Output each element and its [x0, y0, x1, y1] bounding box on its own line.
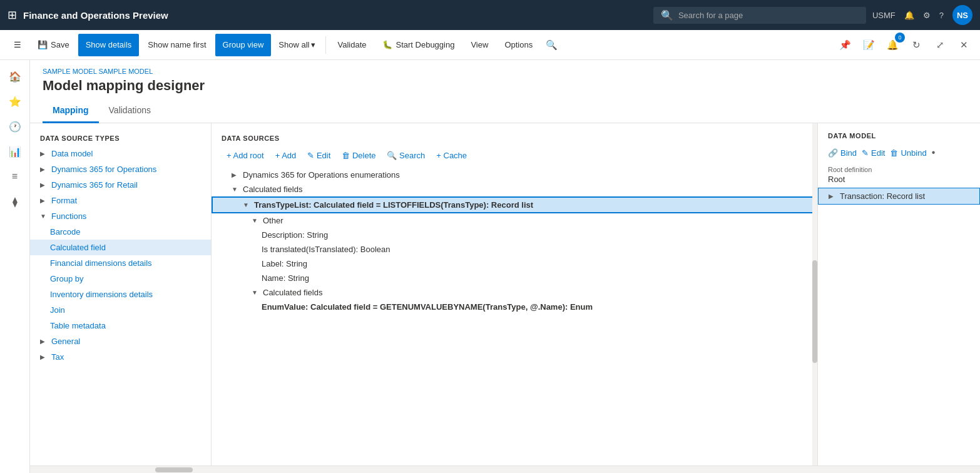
- group-view-button[interactable]: Group view: [215, 34, 272, 56]
- pin-icon[interactable]: 📌: [835, 35, 855, 55]
- help-icon[interactable]: ?: [939, 11, 944, 20]
- tree-item-inventory-dimensions[interactable]: Inventory dimensions details: [30, 287, 211, 302]
- expand-icon: ▶: [40, 150, 48, 157]
- search-icon: 🔍: [661, 9, 673, 21]
- breadcrumb-area: SAMPLE MODEL SAMPLE MODEL Model mapping …: [30, 60, 980, 94]
- tree-item-general[interactable]: ▶ General: [30, 333, 211, 349]
- toolbar-separator-1: [325, 36, 326, 54]
- open-new-icon[interactable]: ⤢: [930, 35, 950, 55]
- page-title: Model mapping designer: [43, 78, 967, 94]
- home-icon[interactable]: 🏠: [4, 65, 26, 88]
- bind-button[interactable]: 🔗 Bind: [828, 148, 857, 158]
- data-source-types-header: DATA SOURCE TYPES: [30, 130, 211, 146]
- gear-icon[interactable]: ⚙: [923, 11, 931, 20]
- data-sources-toolbar: + Add root + Add ✎ Edit 🗑 Delete 🔍 Searc…: [212, 146, 817, 168]
- chevron-down-icon: ▾: [311, 40, 315, 49]
- horizontal-scrollbar[interactable]: [30, 465, 980, 473]
- unbind-button[interactable]: 🗑 Unbind: [890, 148, 926, 158]
- ds-tree-item-8[interactable]: ▼ Calculated fields: [212, 285, 817, 300]
- tree-item-table-metadata[interactable]: Table metadata: [30, 318, 211, 333]
- panels-container: DATA SOURCE TYPES ▶ Data model ▶ Dynamic…: [30, 123, 980, 465]
- data-model-actions: 🔗 Bind ✎ Edit 🗑 Unbind •: [818, 145, 980, 163]
- tab-mapping[interactable]: Mapping: [43, 100, 99, 123]
- ds-tree-item-3[interactable]: ▼ Other: [212, 213, 817, 228]
- workspace-icon[interactable]: 📊: [4, 140, 26, 163]
- grid-icon[interactable]: ⊞: [8, 8, 17, 22]
- cache-button[interactable]: + Cache: [431, 148, 472, 163]
- tree-item-d365-operations[interactable]: ▶ Dynamics 365 for Operations: [30, 161, 211, 177]
- tree-item-d365-retail[interactable]: ▶ Dynamics 365 for Retail: [30, 177, 211, 193]
- options-button[interactable]: Options: [497, 34, 540, 56]
- search-input[interactable]: [678, 11, 859, 20]
- panel-resize-handle[interactable]: [812, 295, 815, 320]
- expand-icon: ▼: [40, 213, 48, 220]
- edit-button[interactable]: ✎ Edit: [302, 148, 335, 163]
- recent-icon[interactable]: 🕐: [4, 115, 26, 138]
- data-source-types-panel: DATA SOURCE TYPES ▶ Data model ▶ Dynamic…: [30, 123, 212, 465]
- bind-icon: 🔗: [828, 148, 838, 158]
- expand-icon: ▶: [829, 193, 836, 200]
- data-sources-panel: DATA SOURCES + Add root + Add ✎ Edit 🗑 D…: [212, 123, 817, 465]
- search-button[interactable]: 🔍: [541, 35, 561, 55]
- tab-validations[interactable]: Validations: [99, 100, 161, 123]
- debug-icon: 🐛: [382, 40, 392, 49]
- favorites-icon[interactable]: ⭐: [4, 90, 26, 113]
- expand-icon: ▼: [232, 186, 239, 193]
- view-button[interactable]: View: [463, 34, 496, 56]
- refresh-icon[interactable]: ↻: [906, 35, 926, 55]
- ds-tree-item-6[interactable]: Label: String: [212, 257, 817, 271]
- tree-item-group-by[interactable]: Group by: [30, 271, 211, 287]
- tree-item-join[interactable]: Join: [30, 302, 211, 318]
- top-bar-right-actions: USMF 🔔 ⚙ ? NS: [872, 5, 972, 25]
- ds-tree-item-7[interactable]: Name: String: [212, 271, 817, 285]
- validate-button[interactable]: Validate: [330, 34, 374, 56]
- tab-bar: Mapping Validations: [30, 100, 980, 123]
- dm-tree-item-transaction[interactable]: ▶ Transaction: Record list: [818, 188, 980, 205]
- tree-item-data-model[interactable]: ▶ Data model: [30, 146, 211, 161]
- expand-icon: ▶: [40, 353, 48, 360]
- ds-tree-item-4[interactable]: Description: String: [212, 228, 817, 242]
- root-definition-label: Root definition: [828, 166, 970, 173]
- expand-icon: ▶: [40, 166, 48, 173]
- edit-dm-button[interactable]: ✎ Edit: [862, 148, 885, 158]
- close-icon[interactable]: ✕: [954, 35, 974, 55]
- show-details-button[interactable]: Show details: [78, 34, 140, 56]
- hamburger-button[interactable]: ☰: [6, 34, 29, 56]
- delete-button[interactable]: 🗑 Delete: [337, 148, 380, 163]
- tree-item-barcode[interactable]: Barcode: [30, 224, 211, 240]
- bell-icon[interactable]: 🔔: [904, 11, 914, 20]
- tree-item-calculated-field[interactable]: Calculated field: [30, 240, 211, 255]
- show-name-first-button[interactable]: Show name first: [140, 34, 213, 56]
- filter-icon[interactable]: ⧫: [4, 190, 26, 213]
- save-button[interactable]: 💾 Save: [30, 34, 77, 56]
- ds-tree-item-1[interactable]: ▼ Calculated fields: [212, 182, 817, 196]
- tree-item-functions[interactable]: ▼ Functions: [30, 208, 211, 224]
- list-icon[interactable]: ≡: [4, 165, 26, 188]
- root-definition-value: Root: [828, 173, 970, 186]
- notes-icon[interactable]: 📝: [859, 35, 879, 55]
- content-area: SAMPLE MODEL SAMPLE MODEL Model mapping …: [30, 60, 980, 473]
- tree-item-format[interactable]: ▶ Format: [30, 193, 211, 208]
- more-actions-icon[interactable]: •: [932, 147, 936, 158]
- add-root-button[interactable]: + Add root: [222, 148, 269, 163]
- expand-icon: ▶: [40, 197, 48, 204]
- user-label: USMF: [872, 11, 896, 20]
- global-search[interactable]: 🔍: [653, 7, 866, 24]
- show-all-button[interactable]: Show all ▾: [272, 34, 322, 56]
- ds-tree-item-5[interactable]: Is translated(IsTranslated): Boolean: [212, 242, 817, 257]
- data-sources-header: DATA SOURCES: [212, 130, 817, 146]
- horizontal-scroll-thumb[interactable]: [155, 467, 193, 472]
- ds-tree-item-2[interactable]: ▼ TransTypeList: Calculated field = LIST…: [212, 196, 817, 213]
- tree-item-financial-dimensions[interactable]: Financial dimensions details: [30, 255, 211, 271]
- avatar[interactable]: NS: [952, 5, 972, 25]
- ds-tree-item-0[interactable]: ▶ Dynamics 365 for Operations enumeratio…: [212, 168, 817, 182]
- expand-icon: ▶: [232, 171, 239, 178]
- start-debugging-button[interactable]: 🐛 Start Debugging: [375, 34, 462, 56]
- add-button[interactable]: + Add: [270, 148, 302, 163]
- ds-tree-item-9[interactable]: EnumValue: Calculated field = GETENUMVAL…: [212, 300, 817, 314]
- save-icon: 💾: [38, 40, 48, 49]
- root-definition-field: Root definition Root: [818, 163, 980, 188]
- data-model-header: DATA MODEL: [818, 130, 980, 145]
- tree-item-tax[interactable]: ▶ Tax: [30, 349, 211, 365]
- search-ds-button[interactable]: 🔍 Search: [382, 148, 430, 163]
